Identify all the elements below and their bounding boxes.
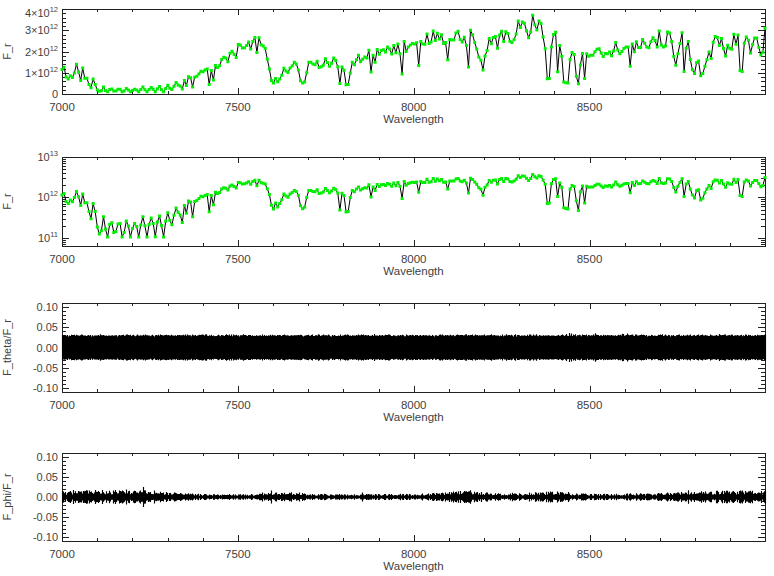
x-axis-title: Wavelength — [383, 411, 443, 423]
x-tick-label: 7000 — [49, 548, 75, 560]
axis-box — [63, 158, 766, 247]
spectrum-line — [62, 15, 765, 92]
x-tick-label: 8000 — [401, 253, 427, 265]
panel-flux-linear: 7000750080008500Wavelength01×10122×10123… — [1, 5, 767, 126]
x-tick-label: 8000 — [401, 101, 427, 113]
x-tick-label: 7000 — [49, 399, 75, 411]
y-tick-label: 4×1012 — [25, 5, 58, 20]
y-tick-label: 3×1012 — [25, 22, 58, 37]
x-tick-label: 8500 — [577, 399, 603, 411]
y-tick-label: 1012 — [37, 189, 58, 204]
x-tick-label: 8000 — [401, 548, 427, 560]
y-tick-label: 0.10 — [37, 451, 58, 463]
x-tick-label: 7000 — [49, 101, 75, 113]
y-tick-label: 1011 — [38, 229, 58, 244]
noise-band — [63, 333, 766, 362]
y-tick-label: 1×1012 — [25, 64, 58, 79]
y-tick-label: 0 — [52, 88, 58, 100]
y-axis-title: F_r — [1, 193, 13, 210]
y-tick-label: 1013 — [37, 149, 58, 164]
panel-fphi-ratio: 7000750080008500Wavelength0.100.050.00-0… — [1, 451, 766, 572]
noise-band — [63, 487, 766, 507]
y-ticks — [62, 10, 765, 95]
x-tick-label: 8500 — [577, 253, 603, 265]
x-axis-title: Wavelength — [383, 113, 443, 125]
spectrum-markers — [61, 173, 767, 239]
y-tick-label: 0.05 — [37, 471, 58, 483]
x-tick-label: 7000 — [49, 253, 75, 265]
y-tick-label: -0.05 — [33, 362, 58, 374]
y-tick-label: -0.10 — [33, 382, 58, 394]
x-axis-title: Wavelength — [383, 265, 443, 277]
x-tick-label: 7500 — [225, 548, 251, 560]
x-tick-label: 7500 — [225, 399, 251, 411]
y-tick-label: 2×1012 — [25, 43, 58, 58]
x-tick-label: 8500 — [577, 101, 603, 113]
y-tick-label: 0.00 — [37, 491, 58, 503]
y-tick-label: 0.00 — [37, 342, 58, 354]
x-tick-label: 7500 — [225, 101, 251, 113]
x-tick-label: 8000 — [401, 399, 427, 411]
y-tick-label: -0.10 — [33, 531, 58, 543]
spectrum-markers — [61, 14, 767, 94]
y-tick-label: 0.10 — [37, 301, 58, 313]
x-axis-title: Wavelength — [383, 560, 443, 572]
spectra-figure: 7000750080008500Wavelength01×10122×10123… — [0, 0, 774, 576]
x-tick-label: 7500 — [225, 253, 251, 265]
axis-box — [63, 10, 766, 95]
spectra-plot-canvas: 7000750080008500Wavelength01×10122×10123… — [0, 0, 774, 576]
y-axis-title: F_r — [1, 43, 13, 60]
y-tick-label: 0.05 — [37, 321, 58, 333]
x-tick-label: 8500 — [577, 548, 603, 560]
y-axis-title: F_theta/F_r — [1, 319, 13, 376]
panel-flux-log: 7000750080008500Wavelength101110121013F_… — [1, 149, 767, 278]
y-axis-title: F_phi/F_r — [1, 473, 13, 520]
y-ticks — [62, 158, 765, 245]
panel-ftheta-ratio: 7000750080008500Wavelength0.100.050.00-0… — [1, 301, 766, 423]
y-tick-label: -0.05 — [33, 511, 58, 523]
